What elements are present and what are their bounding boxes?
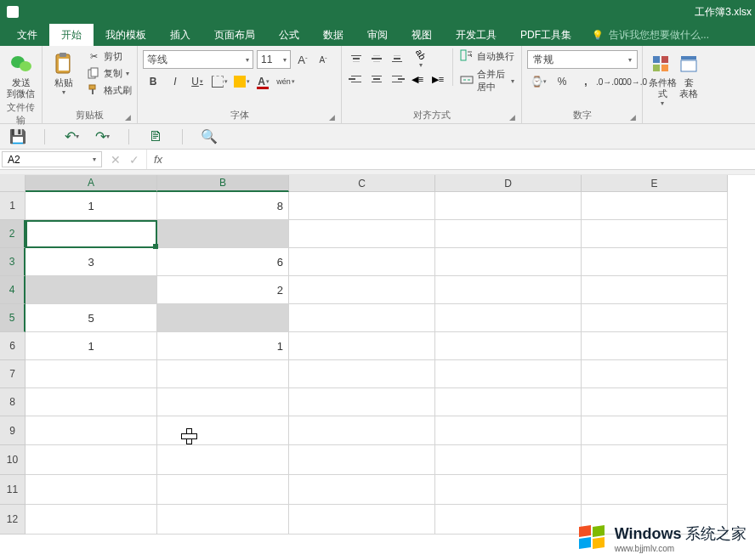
dialog-launcher-icon[interactable]: ◢ — [508, 113, 516, 122]
cell-B7[interactable] — [157, 360, 289, 388]
name-box[interactable]: A2 ▾ — [2, 151, 102, 167]
qat-button-2[interactable]: 🔍 — [200, 127, 219, 146]
pinyin-guide-button[interactable]: wén▾ — [275, 72, 296, 91]
cell-C12[interactable] — [289, 505, 435, 535]
cell-C1[interactable] — [289, 192, 435, 220]
cell-B10[interactable] — [157, 445, 289, 475]
column-header-B[interactable]: B — [157, 175, 289, 192]
cell-A12[interactable] — [26, 505, 157, 535]
tab-review[interactable]: 审阅 — [355, 24, 400, 46]
select-all-corner[interactable] — [0, 175, 26, 192]
align-left-button[interactable] — [347, 70, 366, 88]
cell-A5[interactable]: 5 — [26, 304, 157, 332]
cell-E2[interactable] — [582, 220, 728, 248]
cell-A2[interactable] — [26, 220, 157, 248]
cell-B9[interactable] — [157, 416, 289, 445]
cell-C5[interactable] — [289, 304, 435, 332]
italic-button[interactable]: I — [165, 72, 185, 91]
cell-E1[interactable] — [582, 192, 728, 220]
cell-C11[interactable] — [289, 475, 435, 505]
cell-C6[interactable] — [289, 332, 435, 360]
font-name-combo[interactable]: 等线 ▾ — [143, 50, 253, 69]
cell-E6[interactable] — [582, 332, 728, 360]
font-size-combo[interactable]: 11 ▾ — [257, 50, 291, 69]
cell-B3[interactable]: 6 — [157, 248, 289, 276]
cell-A11[interactable] — [26, 475, 157, 505]
row-header-11[interactable]: 11 — [0, 475, 26, 505]
cell-D7[interactable] — [435, 360, 582, 388]
tab-view[interactable]: 视图 — [400, 24, 444, 46]
spreadsheet-grid[interactable]: ABCDE 123456789101112 18362511 — [0, 175, 755, 540]
cell-A7[interactable] — [26, 360, 157, 388]
decrease-decimal-button[interactable]: .00→.0 — [622, 72, 644, 91]
underline-button[interactable]: U▾ — [187, 72, 207, 91]
save-button[interactable]: 💾 — [9, 127, 27, 146]
tab-data[interactable]: 数据 — [311, 24, 355, 46]
cell-A8[interactable] — [26, 388, 157, 416]
cell-D1[interactable] — [435, 192, 582, 220]
row-header-4[interactable]: 4 — [0, 276, 26, 304]
tab-insert[interactable]: 插入 — [158, 24, 202, 46]
align-right-button[interactable] — [388, 70, 406, 88]
align-middle-button[interactable] — [367, 49, 386, 68]
row-header-8[interactable]: 8 — [0, 388, 26, 416]
increase-indent-button[interactable]: ▶≡ — [429, 70, 447, 88]
cut-button[interactable]: ✂ 剪切 — [85, 48, 133, 64]
bold-button[interactable]: B — [143, 72, 163, 91]
decrease-font-button[interactable]: Aˇ — [315, 50, 332, 69]
increase-decimal-button[interactable]: .0→.00 — [599, 72, 621, 91]
cell-A10[interactable] — [26, 445, 157, 475]
column-header-E[interactable]: E — [582, 175, 728, 192]
increase-font-button[interactable]: Aˆ — [294, 50, 311, 69]
cell-A3[interactable]: 3 — [26, 248, 157, 276]
border-button[interactable]: ▾ — [209, 72, 230, 91]
column-header-C[interactable]: C — [289, 175, 435, 192]
conditional-formatting-button[interactable]: 条件格式 ▾ — [646, 48, 678, 107]
percent-format-button[interactable]: % — [551, 72, 573, 91]
cell-E11[interactable] — [582, 475, 728, 505]
cell-E7[interactable] — [582, 360, 728, 388]
cell-D11[interactable] — [435, 475, 582, 505]
align-top-button[interactable] — [347, 49, 366, 68]
merge-center-button[interactable]: 合并后居中 ▾ — [457, 67, 518, 94]
cell-E4[interactable] — [582, 276, 728, 304]
row-header-10[interactable]: 10 — [0, 445, 26, 475]
row-header-5[interactable]: 5 — [0, 304, 26, 332]
cell-D9[interactable] — [435, 416, 582, 445]
dialog-launcher-icon[interactable]: ◢ — [123, 113, 132, 122]
cell-B8[interactable] — [157, 388, 289, 416]
tab-pdf[interactable]: PDF工具集 — [508, 24, 583, 46]
cell-D2[interactable] — [435, 220, 582, 248]
align-center-button[interactable] — [367, 70, 386, 88]
cell-A1[interactable]: 1 — [26, 192, 157, 220]
cell-C4[interactable] — [289, 276, 435, 304]
tab-home[interactable]: 开始 — [49, 24, 94, 46]
cell-E5[interactable] — [582, 304, 728, 332]
cell-D10[interactable] — [435, 445, 582, 475]
cell-C10[interactable] — [289, 445, 435, 475]
cell-A4[interactable] — [26, 276, 157, 304]
row-header-12[interactable]: 12 — [0, 505, 26, 535]
cell-B4[interactable]: 2 — [157, 276, 289, 304]
table-style-button[interactable]: 套 表格 — [678, 48, 699, 99]
dialog-launcher-icon[interactable]: ◢ — [327, 113, 336, 122]
column-header-A[interactable]: A — [26, 175, 157, 192]
align-bottom-button[interactable] — [388, 49, 406, 68]
cell-C7[interactable] — [289, 360, 435, 388]
cell-B12[interactable] — [157, 505, 289, 535]
qat-button-1[interactable]: 🖹 — [146, 127, 165, 146]
tab-file[interactable]: 文件 — [5, 24, 49, 46]
decrease-indent-button[interactable]: ◀≡ — [408, 70, 427, 88]
cell-E9[interactable] — [582, 416, 728, 445]
cell-B2[interactable] — [157, 220, 289, 248]
row-header-2[interactable]: 2 — [0, 220, 26, 248]
redo-button[interactable]: ↷▾ — [93, 127, 111, 146]
cell-E8[interactable] — [582, 388, 728, 416]
row-header-7[interactable]: 7 — [0, 360, 26, 388]
cell-C8[interactable] — [289, 388, 435, 416]
tab-templates[interactable]: 我的模板 — [94, 24, 158, 46]
cell-E3[interactable] — [582, 248, 728, 276]
cell-area[interactable]: 18362511 — [26, 192, 728, 535]
cell-B11[interactable] — [157, 475, 289, 505]
cancel-formula-button[interactable]: ✕ — [111, 153, 121, 167]
